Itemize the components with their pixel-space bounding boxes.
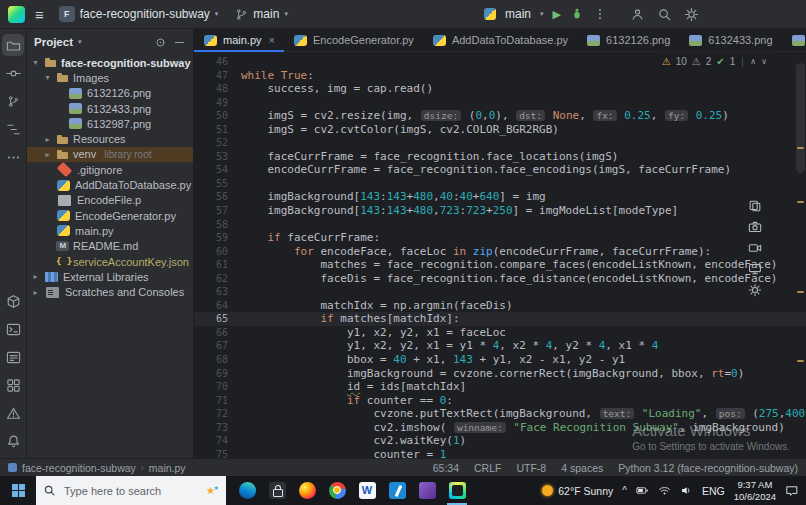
indent-setting[interactable]: 4 spaces	[561, 462, 603, 474]
code-line-71[interactable]: 71 if counter == 0:	[194, 394, 806, 408]
chevron-down-icon[interactable]: ▾	[78, 38, 82, 46]
inspections-widget[interactable]: ⚠ 10 ⚠ 2 ✔ 1 ∧ ∨	[657, 55, 772, 68]
line-number[interactable]: 49	[194, 96, 241, 110]
taskbar-firefox-button[interactable]	[292, 476, 322, 505]
code-line-55[interactable]: 55	[194, 177, 806, 191]
line-number[interactable]: 68	[194, 353, 241, 367]
branch-widget[interactable]: main ▾	[230, 5, 293, 23]
battery-icon[interactable]	[636, 484, 649, 497]
line-number[interactable]: 72	[194, 407, 241, 421]
code-with-me-icon[interactable]	[630, 7, 645, 22]
more-actions-icon[interactable]	[593, 7, 607, 21]
line-number[interactable]: 48	[194, 82, 241, 96]
line-number[interactable]: 50	[194, 109, 241, 123]
tree-item-scratches-and-consoles[interactable]: ▸Scratches and Consoles	[27, 284, 193, 299]
taskbar-edge-button[interactable]	[232, 476, 262, 505]
video-camera-icon[interactable]	[748, 241, 762, 255]
next-problem-icon[interactable]: ∨	[761, 57, 767, 66]
tree-chevron-icon[interactable]: ▾	[43, 73, 52, 82]
tree-item-external-libraries[interactable]: ▸External Libraries	[27, 269, 193, 284]
activity-more-button[interactable]	[2, 146, 24, 168]
tree-item-6132987-png[interactable]: 6132987.png	[27, 116, 193, 131]
project-panel-header[interactable]: Project ▾	[27, 29, 193, 55]
code-line-63[interactable]: 63	[194, 285, 806, 299]
code-line-66[interactable]: 66 y1, x2, y2, x1 = faceLoc	[194, 326, 806, 340]
tree-chevron-icon[interactable]: ▸	[43, 135, 52, 144]
line-number[interactable]: 70	[194, 380, 241, 394]
code-line-61[interactable]: 61 matches = face_recognition.compare_fa…	[194, 258, 806, 272]
camera-icon[interactable]	[748, 220, 762, 234]
clock[interactable]: 9:37 AM 10/6/2024	[734, 479, 776, 503]
line-number[interactable]: 59	[194, 231, 241, 245]
code-line-54[interactable]: 54 encodeCurrFrame = face_recognition.fa…	[194, 163, 806, 177]
tab-6132987[interactable]: 6132987...	[782, 29, 806, 51]
main-menu-icon[interactable]: ≡	[32, 6, 47, 23]
tree-item-main-py[interactable]: main.py	[27, 223, 193, 238]
project-widget[interactable]: F face-recognition-subway ▾	[54, 4, 224, 24]
volume-icon[interactable]	[680, 484, 693, 497]
activity-terminal-button[interactable]	[2, 318, 24, 340]
line-number[interactable]: 69	[194, 367, 241, 381]
code-line-68[interactable]: 68 bbox = 40 + x1, 143 + y1, x2 - x1, y2…	[194, 353, 806, 367]
tab-6132126-png[interactable]: 6132126.png	[577, 29, 679, 51]
code-line-72[interactable]: 72 cvzone.putTextRect(imgBackground, tex…	[194, 407, 806, 421]
network-icon[interactable]	[658, 484, 671, 497]
line-number[interactable]: 60	[194, 245, 241, 259]
chevron-down-icon[interactable]: ▾	[540, 10, 544, 18]
tree-item-images[interactable]: ▾Images	[27, 70, 193, 85]
line-number[interactable]: 61	[194, 258, 241, 272]
activity-problems-button[interactable]	[2, 402, 24, 424]
tree-chevron-icon[interactable]: ▸	[31, 272, 40, 281]
line-number[interactable]: 58	[194, 218, 241, 232]
debug-button[interactable]	[570, 7, 584, 21]
tree-item-serviceaccountkey-json[interactable]: serviceAccountKey.json	[27, 254, 193, 269]
code-line-56[interactable]: 56 imgBackground[143:143+480,40:40+640] …	[194, 190, 806, 204]
file-encoding[interactable]: UTF-8	[516, 462, 546, 474]
taskbar-search[interactable]: ★★	[36, 476, 226, 505]
monitor-icon[interactable]	[748, 262, 762, 276]
line-number[interactable]: 53	[194, 150, 241, 164]
tree-item-face-recognition-subway[interactable]: ▾face-recognition-subwayC:\Us...	[27, 55, 193, 70]
tree-chevron-icon[interactable]: ▸	[43, 150, 52, 159]
activity-branch-button[interactable]	[2, 90, 24, 112]
line-number[interactable]: 71	[194, 394, 241, 408]
line-number[interactable]: 54	[194, 163, 241, 177]
tree-chevron-icon[interactable]: ▸	[31, 288, 40, 297]
tree-item-gitignore[interactable]: .gitignore	[27, 162, 193, 177]
tree-item-venv[interactable]: ▸venvlibrary root	[27, 147, 193, 162]
tree-item-resources[interactable]: ▸Resources	[27, 131, 193, 146]
tree-item-6132126-png[interactable]: 6132126.png	[27, 86, 193, 101]
code-line-70[interactable]: 70 id = ids[matchIdx]	[194, 380, 806, 394]
copy-icon[interactable]	[748, 199, 762, 213]
line-number[interactable]: 52	[194, 136, 241, 150]
taskbar-chrome-button[interactable]	[322, 476, 352, 505]
line-number[interactable]: 55	[194, 177, 241, 191]
search-everywhere-icon[interactable]	[657, 7, 672, 22]
tab-6132433-png[interactable]: 6132433.png	[679, 29, 781, 51]
code-line-59[interactable]: 59 if faceCurrFrame:	[194, 231, 806, 245]
code-editor[interactable]: 4647while True:48 success, img = cap.rea…	[194, 52, 806, 458]
tree-chevron-icon[interactable]: ▾	[31, 58, 40, 67]
line-ending[interactable]: CRLF	[474, 462, 501, 474]
breadcrumb-file[interactable]: main.py	[149, 462, 186, 474]
tree-item-encodegenerator-py[interactable]: EncodeGenerator.py	[27, 208, 193, 223]
search-input[interactable]	[62, 484, 170, 498]
close-tab-icon[interactable]: ×	[269, 34, 275, 46]
code-line-52[interactable]: 52	[194, 136, 806, 150]
line-number[interactable]: 73	[194, 421, 241, 435]
notifications-icon[interactable]	[785, 484, 799, 498]
code-line-58[interactable]: 58	[194, 218, 806, 232]
tab-main-py[interactable]: main.py×	[194, 29, 284, 51]
code-line-65[interactable]: 65 if matches[matchIdx]:	[194, 312, 806, 326]
activity-commit-button[interactable]	[2, 62, 24, 84]
line-number[interactable]: 47	[194, 69, 241, 83]
line-number[interactable]: 56	[194, 190, 241, 204]
language-indicator[interactable]: ENG	[702, 485, 725, 497]
activity-console-button[interactable]	[2, 346, 24, 368]
scrollbar-thumb[interactable]	[796, 63, 805, 173]
tab-adddatatodatabase-py[interactable]: AddDataToDatabase.py	[423, 29, 577, 51]
code-line-64[interactable]: 64 matchIdx = np.argmin(faceDis)	[194, 299, 806, 313]
hidden-icons-chevron[interactable]: ^	[622, 485, 627, 496]
prev-problem-icon[interactable]: ∧	[750, 57, 756, 66]
taskbar-store-button[interactable]	[262, 476, 292, 505]
